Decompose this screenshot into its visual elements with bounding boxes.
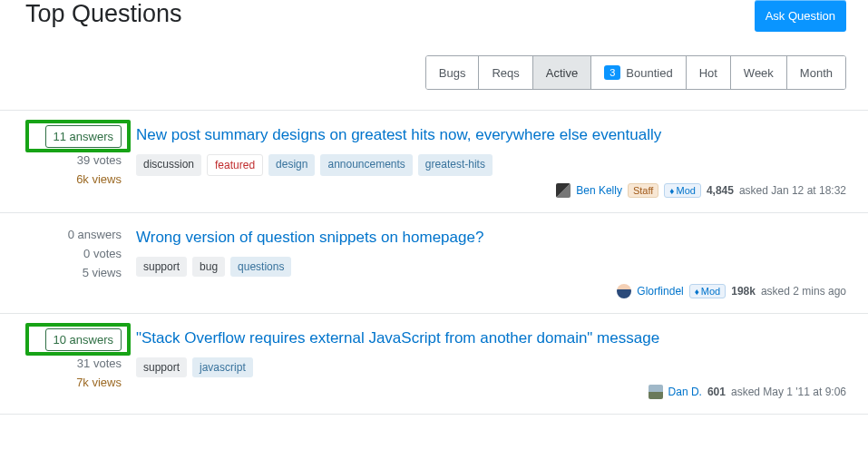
avatar[interactable]: [617, 284, 631, 298]
tab-label: Month: [800, 66, 833, 80]
user-reputation: 601: [707, 386, 726, 398]
question-content: "Stack Overflow requires external JavaSc…: [136, 328, 846, 399]
tag-support[interactable]: support: [136, 257, 187, 277]
user-line: Dan D.601asked May 1 '11 at 9:06: [136, 385, 846, 399]
highlight-ring: [25, 120, 131, 152]
tab-bountied[interactable]: 3Bountied: [591, 56, 686, 89]
question-list: 11 answers39 votes6k viewsNew post summa…: [0, 110, 868, 415]
user-reputation: 4,845: [707, 184, 734, 197]
mod-badge: Mod: [664, 183, 701, 198]
avatar[interactable]: [649, 385, 663, 399]
tag-list: supportbugquestions: [136, 257, 846, 277]
question-title-link[interactable]: New post summary designs on greatest hit…: [136, 125, 846, 145]
user-name-link[interactable]: Dan D.: [668, 386, 702, 398]
tab-week[interactable]: Week: [731, 56, 787, 89]
user-name-link[interactable]: Glorfindel: [637, 285, 683, 298]
tab-label: Bountied: [626, 66, 672, 80]
tag-design[interactable]: design: [268, 154, 315, 176]
answers-count: 0 answers: [0, 228, 122, 241]
views-count: 5 views: [0, 266, 122, 279]
tab-month[interactable]: Month: [787, 56, 845, 89]
question-stats: 0 answers0 votes5 views: [0, 228, 136, 298]
votes-count: 0 votes: [0, 247, 122, 260]
tab-label: Hot: [699, 66, 717, 80]
asked-time: asked Jan 12 at 18:32: [739, 184, 846, 197]
views-count: 7k views: [0, 376, 122, 389]
tag-questions[interactable]: questions: [230, 257, 291, 277]
asked-time: asked 2 mins ago: [761, 285, 846, 298]
tag-list: discussionfeatureddesignannouncementsgre…: [136, 154, 846, 176]
avatar[interactable]: [556, 183, 571, 198]
tag-discussion[interactable]: discussion: [136, 154, 201, 176]
staff-badge: Staff: [628, 183, 658, 198]
tab-badge: 3: [604, 65, 620, 80]
tag-announcements[interactable]: announcements: [320, 154, 412, 176]
user-line: GlorfindelMod198kasked 2 mins ago: [136, 284, 846, 298]
tab-label: Active: [546, 66, 578, 80]
views-count: 6k views: [0, 172, 122, 186]
tab-reqs[interactable]: Reqs: [479, 56, 532, 89]
tab-hot[interactable]: Hot: [687, 56, 731, 89]
ask-question-button[interactable]: Ask Question: [755, 0, 846, 32]
page-title: Top Questions: [25, 0, 182, 28]
question-stats: 11 answers39 votes6k views: [0, 125, 136, 198]
mod-badge: Mod: [689, 284, 727, 298]
tag-list: supportjavascript: [136, 357, 846, 377]
tag-support[interactable]: support: [136, 357, 187, 377]
question-title-link[interactable]: "Stack Overflow requires external JavaSc…: [136, 328, 846, 348]
question-title-link[interactable]: Wrong version of question snippets on ho…: [136, 228, 846, 248]
question-row: 0 answers0 votes5 viewsWrong version of …: [0, 213, 868, 314]
tab-bugs[interactable]: Bugs: [426, 56, 480, 89]
tab-active[interactable]: Active: [533, 56, 591, 89]
user-line: Ben KellyStaffMod4,845asked Jan 12 at 18…: [136, 183, 846, 198]
user-name-link[interactable]: Ben Kelly: [576, 184, 622, 197]
question-content: New post summary designs on greatest hit…: [136, 125, 846, 198]
filter-tabs: BugsReqsActive3BountiedHotWeekMonth: [425, 55, 846, 90]
votes-count: 31 votes: [0, 357, 122, 370]
question-content: Wrong version of question snippets on ho…: [136, 228, 846, 298]
question-stats: 10 answers31 votes7k views: [0, 328, 136, 399]
tab-label: Bugs: [439, 66, 466, 80]
question-row: 10 answers31 votes7k views"Stack Overflo…: [0, 314, 868, 415]
user-reputation: 198k: [731, 285, 756, 298]
tag-bug[interactable]: bug: [192, 257, 225, 277]
highlight-ring: [25, 323, 131, 356]
asked-time: asked May 1 '11 at 9:06: [731, 386, 846, 398]
votes-count: 39 votes: [0, 153, 122, 167]
tab-label: Reqs: [492, 66, 519, 80]
tag-javascript[interactable]: javascript: [192, 357, 253, 377]
tab-label: Week: [744, 66, 774, 80]
question-row: 11 answers39 votes6k viewsNew post summa…: [0, 111, 868, 213]
tag-featured[interactable]: featured: [207, 154, 263, 176]
tag-greatest-hits[interactable]: greatest-hits: [418, 154, 493, 176]
